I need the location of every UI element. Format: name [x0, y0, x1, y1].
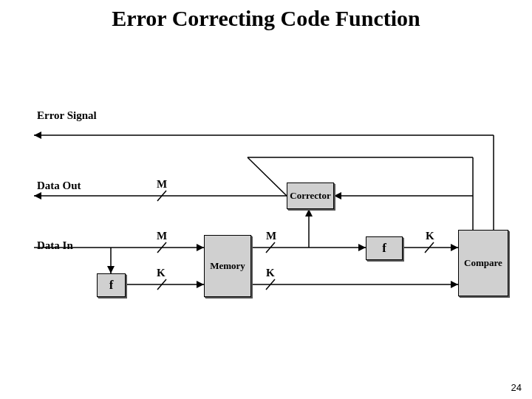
svg-marker-18	[358, 244, 366, 251]
bus-label-k-1: K	[157, 267, 166, 279]
label-data-in: Data In	[37, 239, 73, 252]
block-memory: Memory	[204, 235, 251, 297]
svg-line-5	[248, 157, 287, 196]
block-corrector: Corrector	[287, 183, 334, 209]
svg-marker-26	[451, 244, 458, 251]
bus-label-m-1: M	[157, 178, 167, 191]
svg-marker-1	[34, 132, 41, 139]
svg-marker-4	[34, 192, 41, 200]
bus-label-m-3: M	[266, 230, 276, 242]
label-data-out: Data Out	[37, 180, 81, 192]
block-f-right: f	[366, 236, 403, 260]
svg-marker-13	[107, 266, 115, 273]
label-error-signal: Error Signal	[37, 109, 97, 122]
page-number: 24	[511, 382, 522, 393]
diagram-lines	[0, 0, 532, 399]
svg-marker-23	[451, 281, 458, 288]
bus-label-m-2: M	[157, 230, 167, 242]
svg-marker-15	[197, 281, 204, 288]
bus-label-k-2: K	[266, 267, 275, 279]
block-compare: Compare	[458, 230, 508, 296]
svg-marker-10	[197, 244, 204, 251]
block-f-left: f	[97, 273, 126, 297]
svg-marker-21	[305, 209, 313, 216]
bus-label-k-3: K	[426, 230, 434, 242]
